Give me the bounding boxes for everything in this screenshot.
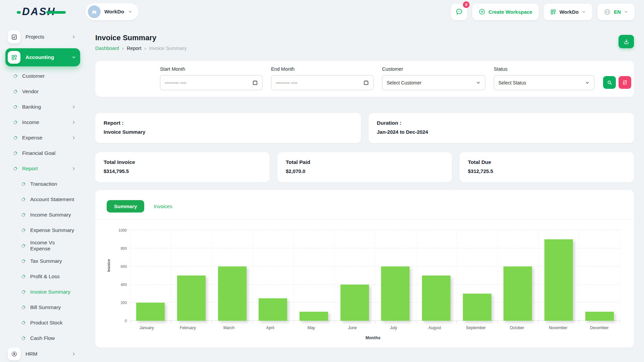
breadcrumb-item[interactable]: Report <box>127 46 142 51</box>
sidebar-item-tax-summary[interactable]: Tax Summary <box>5 253 80 269</box>
sidebar-item-expense-summary[interactable]: Expense Summary <box>5 223 80 238</box>
sidebar-item-label: Projects <box>25 34 44 40</box>
sidebar-item-label: Customer <box>22 73 45 79</box>
y-tick-label: 1000 <box>111 228 127 232</box>
sidebar-item-label: HRM <box>25 351 37 357</box>
sidebar-item-cash-flow[interactable]: Cash Flow <box>5 330 80 346</box>
sidebar-item-income-summary[interactable]: Income Summary <box>5 207 80 223</box>
bar-march <box>218 266 247 321</box>
sidebar-item-invoice-summary[interactable]: Invoice Summary <box>5 284 80 300</box>
bar-slot-september <box>457 230 497 321</box>
total-card-label: Total Invoice <box>104 159 261 165</box>
sidebar-item-bill-summary[interactable]: Bill Summary <box>5 300 80 315</box>
sidebar-item-vendor[interactable]: Vendor <box>5 84 80 99</box>
sidebar-item-income[interactable]: Income <box>5 115 80 130</box>
chat-icon <box>455 8 463 16</box>
customer-select[interactable]: Select Customer <box>382 75 485 90</box>
messages-button[interactable]: 0 <box>451 4 467 20</box>
x-category-label: February <box>167 325 209 330</box>
sidebar-item-report[interactable]: Report <box>5 161 80 176</box>
x-tick-mark <box>416 321 416 323</box>
x-category-label: October <box>496 325 538 330</box>
breadcrumb-item[interactable]: Dashboard <box>95 46 119 51</box>
sidebar-item-expense[interactable]: Expense <box>5 130 80 145</box>
sidebar-item-income-vs-expense[interactable]: Income Vs Expense <box>5 238 80 253</box>
sidebar-item-projects[interactable]: Projects <box>5 29 80 45</box>
checkbox-icon <box>8 31 20 43</box>
sidebar-item-label: Expense <box>22 135 42 141</box>
total-card-label: Total Paid <box>286 159 443 165</box>
end-month-input[interactable]: --------- ---- <box>271 75 374 90</box>
end-month-field: End Month --------- ---- <box>271 66 374 90</box>
customer-select-value: Select Customer <box>387 80 421 85</box>
chart-card: SummaryInvoices Invoice 0200400600800100… <box>95 190 634 348</box>
sidebar-nav[interactable]: ProjectsAccountingCustomerVendorBankingI… <box>0 23 86 362</box>
bar-september <box>463 294 491 321</box>
bar-slot-november <box>538 230 579 321</box>
apply-filter-button[interactable] <box>603 76 616 89</box>
total-card-total-due: Total Due$312,725.5 <box>460 152 634 182</box>
sidebar-item-account-statement[interactable]: Account Statement <box>5 192 80 207</box>
bullet-icon <box>21 290 25 294</box>
sidebar-item-financial-goal[interactable]: Financial Goal <box>5 145 80 161</box>
sidebar-item-hrm[interactable]: HRM <box>5 346 80 362</box>
bar-february <box>177 276 206 321</box>
dash-logo[interactable]: DASH <box>22 6 56 18</box>
duration-card-title: Duration : <box>377 120 626 126</box>
y-tick-label: 0 <box>111 319 127 323</box>
x-tick-mark <box>334 321 334 323</box>
workspace-selector[interactable]: WorkDo <box>86 3 139 20</box>
bullet-icon <box>21 244 25 248</box>
bar-april <box>259 298 287 321</box>
bar-november <box>544 239 573 321</box>
end-month-label: End Month <box>271 66 374 72</box>
bar-june <box>340 285 369 321</box>
sidebar-item-profit-loss[interactable]: Profit & Loss <box>5 269 80 284</box>
sidebar-item-label: Cash Flow <box>30 335 55 341</box>
bar-january <box>136 303 165 321</box>
status-select[interactable]: Select Status <box>494 75 594 90</box>
bullet-icon <box>21 321 25 325</box>
x-tick-mark <box>620 321 620 323</box>
x-tick-mark <box>497 321 498 323</box>
header-actions: 0 Create Workspace WorkDo EN <box>451 4 635 20</box>
calendar-icon[interactable] <box>252 80 258 85</box>
reset-filter-button[interactable] <box>619 76 631 89</box>
bullet-icon <box>13 167 17 171</box>
language-label: EN <box>614 9 621 15</box>
sidebar-item-label: Financial Goal <box>22 150 55 156</box>
sidebar-item-label: Invoice Summary <box>30 289 70 295</box>
tab-invoices[interactable]: Invoices <box>152 200 174 213</box>
start-month-label: Start Month <box>160 66 263 72</box>
customer-field: Customer Select Customer <box>382 66 485 90</box>
sidebar-item-customer[interactable]: Customer <box>5 68 80 84</box>
x-category-label: November <box>538 325 579 330</box>
status-field: Status Select Status <box>494 66 594 90</box>
chevron-down-icon <box>71 55 76 60</box>
download-button[interactable] <box>619 35 634 48</box>
sidebar-item-accounting[interactable]: Accounting <box>5 48 80 66</box>
sidebar-item-banking[interactable]: Banking <box>5 99 80 115</box>
create-workspace-button[interactable]: Create Workspace <box>472 4 539 20</box>
chart-plot-area[interactable] <box>130 230 620 321</box>
chevron-right-icon <box>71 135 76 140</box>
bullet-icon <box>21 259 25 263</box>
report-card: Report : Invoice Summary <box>95 113 361 143</box>
sidebar-item-transaction[interactable]: Transaction <box>5 176 80 192</box>
total-card-value: $2,070.0 <box>286 168 443 174</box>
workspace-name: WorkDo <box>104 9 124 15</box>
bullet-icon <box>21 229 25 232</box>
breadcrumb-item: Invoice Summary <box>149 46 186 51</box>
calendar-icon[interactable] <box>363 80 369 85</box>
workdo-menu-button[interactable]: WorkDo <box>544 4 592 20</box>
start-month-input[interactable]: --------- ---- <box>160 75 263 90</box>
language-selector[interactable]: EN <box>597 4 635 20</box>
invoice-chart[interactable]: Invoice 02004006008001000 <box>107 230 623 321</box>
page-head-left: Invoice Summary Dashboard›Report›Invoice… <box>95 34 186 51</box>
grid-icon <box>550 9 556 15</box>
x-category-label: April <box>250 325 291 330</box>
sidebar-item-product-stock[interactable]: Product Stock <box>5 315 80 330</box>
bullet-icon <box>21 182 25 186</box>
tab-summary[interactable]: Summary <box>107 200 144 213</box>
duration-card-value: Jan-2024 to Dec-2024 <box>377 129 626 135</box>
